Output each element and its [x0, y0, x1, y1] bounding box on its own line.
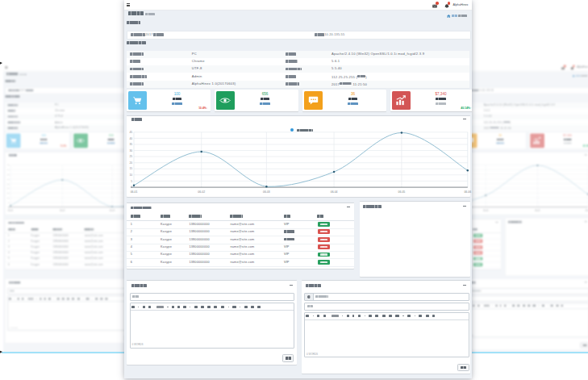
svg-text:30: 30: [129, 149, 132, 152]
svg-text:35: 35: [6, 173, 9, 175]
svg-text:10: 10: [6, 196, 9, 198]
svg-text:5: 5: [131, 180, 132, 183]
svg-text:30: 30: [6, 177, 9, 180]
svg-text:40: 40: [129, 137, 132, 140]
svg-text:06-04: 06-04: [331, 190, 338, 194]
svg-text:06-01: 06-01: [7, 208, 13, 211]
svg-text:40: 40: [6, 169, 9, 171]
svg-text:20: 20: [6, 187, 9, 190]
svg-text:35: 35: [129, 143, 132, 146]
svg-text:45: 45: [129, 131, 132, 134]
svg-text:06-06: 06-06: [464, 190, 471, 194]
svg-text:06-02: 06-02: [198, 190, 205, 194]
svg-text:06-05: 06-05: [535, 208, 540, 211]
svg-text:15: 15: [129, 167, 132, 170]
svg-text:25: 25: [129, 155, 132, 158]
svg-text:06-05: 06-05: [398, 190, 406, 194]
svg-text:10: 10: [129, 173, 132, 177]
svg-text:15: 15: [6, 192, 9, 194]
svg-text:0: 0: [8, 206, 10, 208]
svg-text:06-03: 06-03: [109, 208, 115, 211]
svg-text:06-03: 06-03: [263, 190, 270, 194]
svg-text:06-01: 06-01: [131, 190, 138, 194]
svg-text:06-04: 06-04: [483, 208, 489, 211]
svg-text:25: 25: [6, 182, 9, 185]
svg-text:20: 20: [129, 161, 132, 165]
svg-text:45: 45: [6, 164, 9, 166]
svg-text:5: 5: [8, 201, 10, 203]
svg-text:0: 0: [131, 186, 132, 189]
svg-text:06-02: 06-02: [59, 208, 65, 211]
